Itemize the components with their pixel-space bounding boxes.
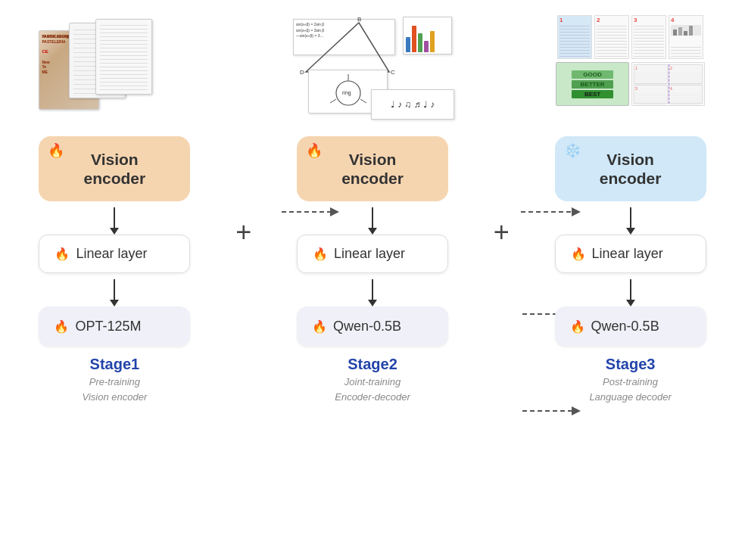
stage2-triangle-svg: D B C: [291, 15, 401, 76]
stage2-column: sin(x+β) = 2sin βsin(x+β) = 3sin β—sin(x…: [258, 15, 488, 404]
svg-text:B: B: [357, 16, 361, 23]
stage3-name: Stage3: [589, 356, 671, 373]
stage2-desc-line2: Encoder-decoder: [335, 391, 410, 403]
stage3-ll-label: Linear layer: [592, 246, 663, 262]
stage3-vision-encoder: ❄️ Visionencoder: [555, 136, 706, 201]
stage3-page1: 1: [557, 15, 592, 59]
stage1-desc-line2: Vision encoder: [83, 391, 148, 403]
stage3-arrow-ve-to-ll: [630, 207, 631, 229]
stage1-desc-line1: Pre-training: [89, 376, 140, 387]
stage1-linear-layer: 🔥 Linear layer: [39, 235, 190, 273]
plus-sign-2: +: [487, 216, 516, 248]
bar4: [424, 41, 429, 52]
stage3-top-row: 1 2 3 4: [547, 15, 714, 59]
stage3-arrow-ll-to-llm: [630, 279, 631, 300]
stage1-llm-box: 🔥 OPT-125M: [39, 306, 190, 347]
stage3-llm-box: 🔥 Qwen-0.5B: [555, 306, 706, 347]
stage3-llm-label: Qwen-0.5B: [591, 319, 659, 334]
plus-sign-1: +: [229, 216, 258, 248]
stage1-llm-label: OPT-125M: [75, 319, 141, 334]
stage3-page2: 2: [594, 15, 629, 59]
stage2-triangle-area: D B C: [291, 15, 401, 76]
stage2-label: Stage2 Joint-training Encoder-decoder: [335, 356, 410, 404]
svg-rect-20: [689, 26, 693, 36]
stage2-flame-icon: 🔥: [306, 142, 323, 159]
stage1-label: Stage1 Pre-training Vision encoder: [83, 356, 148, 404]
stage1-name: Stage1: [83, 356, 148, 373]
stage1-ll-flame-icon: 🔥: [55, 247, 70, 261]
bar2: [412, 26, 416, 52]
stage1-ve-label: Visionencoder: [84, 150, 146, 188]
bar1: [406, 37, 410, 52]
stage3-good-better-best: GOOD BETTER BEST: [556, 62, 629, 106]
svg-line-15: [330, 99, 336, 103]
stage2-llm-flame-icon: 🔥: [312, 319, 327, 334]
stage1-doc3: [95, 19, 152, 95]
stage3-linear-layer: 🔥 Linear layer: [555, 235, 706, 273]
stage3-dashed-pages: 1 2 3: [631, 62, 705, 106]
svg-rect-17: [673, 30, 677, 36]
stage3-mini-chart: [672, 23, 700, 37]
svg-line-14: [360, 99, 366, 103]
stage3-ll-flame-icon: 🔥: [571, 247, 586, 261]
stage2-arrow-ll-to-llm: [372, 279, 373, 300]
svg-rect-19: [684, 31, 687, 36]
stage3-desc: Post-training Language decoder: [589, 375, 671, 404]
stage2-desc-line1: Joint-training: [344, 376, 401, 387]
stage1-flame-icon: 🔥: [48, 142, 64, 159]
stage1-arrow-ll-to-llm: [114, 279, 115, 300]
stage2-ll-label: Linear layer: [334, 246, 405, 262]
stage2-desc: Joint-training Encoder-decoder: [335, 375, 410, 404]
stage3-images: 1 2 3 4: [547, 15, 714, 121]
bar5: [430, 31, 435, 52]
stage3-page3: 3: [631, 15, 666, 59]
stage2-llm-label: Qwen-0.5B: [333, 319, 401, 334]
svg-text:D: D: [300, 69, 304, 76]
stage3-page4: 4: [669, 15, 703, 59]
stage2-ve-label: Visionencoder: [341, 150, 404, 188]
stage1-column: TARIFICADORPASTELERIACENewToME 🔥 Visione…: [0, 15, 229, 404]
stage1-ll-label: Linear layer: [76, 246, 147, 262]
stage3-label: Stage3 Post-training Language decoder: [589, 356, 671, 404]
columns-layout: TARIFICADORPASTELERIACENewToME 🔥 Visione…: [0, 15, 745, 404]
stage2-vision-encoder: 🔥 Visionencoder: [297, 136, 448, 201]
stage2-llm-box: 🔥 Qwen-0.5B: [297, 306, 448, 347]
stage2-name: Stage2: [335, 356, 410, 373]
stage2-images: sin(x+β) = 2sin βsin(x+β) = 3sin β—sin(x…: [289, 15, 456, 121]
svg-text:C: C: [391, 69, 395, 76]
svg-marker-7: [572, 406, 581, 415]
diagram-container: TARIFICADORPASTELERIACENewToME 🔥 Visione…: [0, 0, 745, 560]
best-label: BEST: [572, 90, 613, 98]
stage1-llm-flame-icon: 🔥: [54, 319, 69, 334]
stage3-column: 1 2 3 4: [516, 15, 745, 404]
stage1-arrow-ve-to-ll: [114, 207, 115, 229]
stage2-linear-layer: 🔥 Linear layer: [297, 235, 448, 273]
stage1-images: TARIFICADORPASTELERIACENewToME: [31, 15, 198, 121]
stage3-desc-line2: Language decoder: [589, 391, 671, 403]
svg-text:ring: ring: [342, 90, 351, 96]
stage3-ve-label: Visionencoder: [600, 150, 662, 188]
svg-marker-8: [306, 23, 389, 72]
svg-rect-18: [678, 27, 682, 36]
stage3-snowflake-icon: ❄️: [564, 142, 581, 159]
stage3-llm-flame-icon: 🔥: [570, 319, 585, 334]
stage2-bar-chart: [403, 17, 452, 54]
stage1-desc: Pre-training Vision encoder: [83, 375, 148, 404]
bar3: [418, 33, 422, 52]
stage2-arrow-ve-to-ll: [372, 207, 373, 229]
stage3-bottom-row: GOOD BETTER BEST 1: [547, 62, 714, 106]
stage1-vision-encoder: 🔥 Visionencoder: [39, 136, 190, 201]
good-label: GOOD: [572, 70, 613, 79]
better-label: BETTER: [572, 80, 613, 89]
stage2-ll-flame-icon: 🔥: [313, 247, 328, 261]
stage3-desc-line1: Post-training: [603, 376, 658, 387]
stage2-music-notes: ♩ ♪ ♫ ♬ ♩ ♪: [371, 89, 454, 120]
